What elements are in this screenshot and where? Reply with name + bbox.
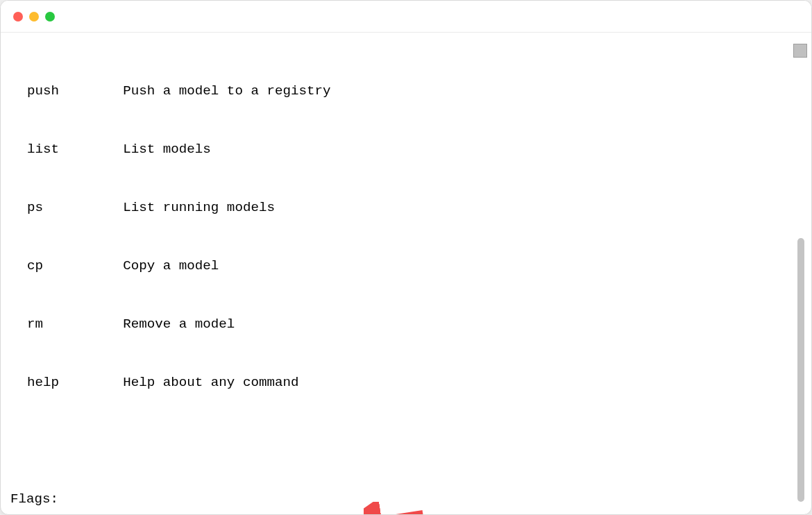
minimize-button[interactable] — [29, 12, 39, 22]
scrollbar-thumb[interactable] — [797, 238, 804, 502]
command-name: list — [27, 140, 59, 159]
command-name: push — [27, 81, 59, 101]
terminal-body[interactable]: push Push a model to a registry list Lis… — [1, 33, 811, 515]
close-button[interactable] — [13, 12, 23, 22]
command-desc: List models — [123, 140, 211, 159]
command-desc: Remove a model — [123, 314, 235, 334]
command-name: ps — [27, 198, 43, 217]
blank-line — [10, 431, 803, 450]
command-name: rm — [27, 314, 43, 334]
command-name: help — [27, 373, 59, 392]
command-desc: Push a model to a registry — [123, 81, 330, 101]
command-row: rm Remove a model — [10, 314, 803, 334]
command-row: cp Copy a model — [10, 256, 803, 276]
command-row: ps List running models — [10, 198, 803, 217]
command-row: list List models — [10, 140, 803, 159]
titlebar[interactable] — [1, 1, 811, 33]
command-row: push Push a model to a registry — [10, 81, 803, 101]
command-row: help Help about any command — [10, 373, 803, 392]
svg-line-1 — [373, 512, 423, 515]
arrow-annotation-icon — [316, 482, 378, 510]
command-desc: List running models — [123, 198, 275, 217]
scrollbar[interactable] — [795, 44, 807, 502]
terminal-window: push Push a model to a registry list Lis… — [0, 0, 812, 515]
command-name: cp — [27, 256, 43, 276]
command-desc: Copy a model — [123, 256, 219, 276]
scrollbar-top-icon[interactable] — [793, 44, 807, 58]
maximize-button[interactable] — [45, 12, 55, 22]
traffic-lights — [13, 12, 55, 22]
command-desc: Help about any command — [123, 373, 298, 392]
